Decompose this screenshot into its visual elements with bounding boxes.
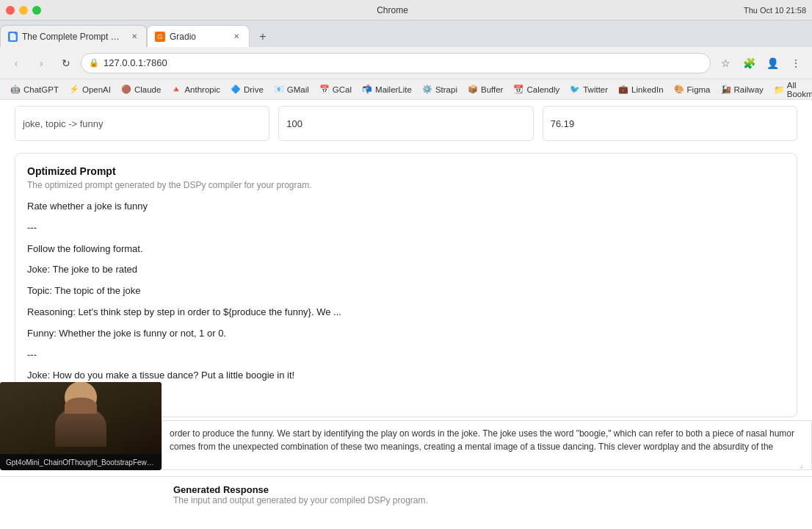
bookmark-openai[interactable]: ⚡ OpenAI: [65, 83, 115, 96]
bookmark-icon: 🔺: [171, 84, 181, 94]
score-box[interactable]: 76.19: [543, 106, 797, 141]
forward-button[interactable]: ›: [31, 53, 51, 73]
title-bar-actions: Thu Oct 10 21:58: [744, 6, 806, 15]
prompt-line-4: Joke: The joke to be rated: [27, 262, 785, 278]
bookmark-label: Buffer: [481, 85, 503, 94]
tab-1[interactable]: 📄 The Complete Prompt Engi... ✕: [0, 25, 147, 47]
menu-icon[interactable]: ⋮: [786, 53, 806, 73]
prompt-line-5: Topic: The topic of the joke: [27, 284, 785, 299]
prompt-line-7: Funny: Whether the joke is funny or not,…: [27, 326, 785, 342]
video-label-bar: Gpt4oMini_ChainOfThought_BootstrapFewsho…: [0, 454, 162, 470]
tab-close-2[interactable]: ✕: [231, 32, 242, 42]
bookmark-linkedin[interactable]: 💼 LinkedIn: [614, 83, 667, 96]
close-button[interactable]: [6, 6, 15, 15]
generated-response-subtitle: The input and output generated by your c…: [173, 495, 800, 505]
tab-close-1[interactable]: ✕: [129, 32, 139, 42]
bookmark-label: Twitter: [583, 85, 608, 94]
bookmark-folder-icon: 📁: [774, 84, 784, 95]
prompt-line-3: Follow the following format.: [27, 242, 785, 257]
bookmark-label: Anthropic: [184, 85, 220, 94]
star-icon[interactable]: ☆: [715, 53, 736, 73]
signature-value: joke, topic -> funny: [23, 118, 103, 129]
prompt-line-6: Reasoning: Let's think step by step in o…: [27, 305, 785, 320]
bookmark-label: GMail: [287, 85, 309, 94]
bookmark-strapi[interactable]: ⚙️ Strapi: [418, 83, 462, 96]
lock-icon: 🔒: [89, 58, 99, 68]
bookmark-gcal[interactable]: 📅 GCal: [315, 83, 356, 96]
bookmark-gmail[interactable]: 📧 GMail: [269, 83, 313, 96]
bookmark-drive[interactable]: 🔷 Drive: [226, 83, 268, 96]
bookmark-icon: 📧: [274, 84, 284, 94]
video-overlay: Gpt4oMini_ChainOfThought_BootstrapFewsho…: [0, 382, 162, 470]
bookmark-label: Railway: [734, 85, 764, 94]
optimized-prompt-section: Optimized Prompt The optimized prompt ge…: [15, 153, 797, 417]
bookmark-anthropic[interactable]: 🔺 Anthropic: [167, 83, 225, 96]
video-label-text: Gpt4oMini_ChainOfThought_BootstrapFewsho…: [6, 458, 156, 467]
address-bar-actions: ☆ 🧩 👤 ⋮: [715, 53, 806, 73]
bookmark-icon: 🔷: [231, 84, 241, 94]
url-text: 127.0.0.1:7860: [104, 57, 167, 68]
bookmark-claude[interactable]: 🟤 Claude: [117, 83, 165, 96]
minimize-button[interactable]: [19, 6, 28, 15]
bookmark-icon: 📦: [468, 84, 478, 94]
bookmark-icon: 🚂: [721, 84, 731, 94]
bookmark-icon: 🐦: [570, 84, 580, 94]
prompt-content: Rate whether a joke is funny --- Follow …: [27, 199, 785, 405]
bookmark-icon: 🤖: [10, 84, 21, 94]
maximize-button[interactable]: [32, 6, 41, 15]
optimized-prompt-subtitle: The optimized prompt generated by the DS…: [27, 180, 785, 190]
browser-content: joke, topic -> funny 100 76.19 Optimized…: [0, 100, 812, 529]
bookmark-label: Claude: [134, 85, 161, 94]
tabs-bar: 📄 The Complete Prompt Engi... ✕ G Gradio…: [0, 21, 812, 47]
generated-response-title: Generated Response: [173, 484, 800, 495]
generated-response-bar: Generated Response The input and output …: [0, 476, 812, 529]
bookmark-icon: ⚙️: [422, 84, 432, 94]
all-bookmarks[interactable]: 📁 All Bookmarks: [769, 79, 812, 100]
video-feed: [0, 382, 162, 454]
prompt-line-8: ---: [27, 348, 785, 363]
signature-box[interactable]: joke, topic -> funny: [15, 106, 269, 141]
bookmark-buffer[interactable]: 📦 Buffer: [463, 83, 507, 96]
address-bar: ‹ › ↻ 🔒 127.0.0.1:7860 ☆ 🧩 👤 ⋮: [0, 47, 812, 79]
bookmark-icon: 📆: [513, 84, 523, 94]
top-grid: joke, topic -> funny 100 76.19: [15, 106, 797, 141]
tab-favicon-1: 📄: [8, 32, 18, 42]
bookmark-label: GCal: [333, 85, 352, 94]
extension-icon[interactable]: 🧩: [739, 53, 759, 73]
bookmark-mailerlite[interactable]: 📬 MailerLite: [358, 83, 416, 96]
count-box[interactable]: 100: [278, 106, 533, 141]
bookmark-railway[interactable]: 🚂 Railway: [717, 83, 768, 96]
bookmark-figma[interactable]: 🎨 Figma: [670, 83, 715, 96]
bookmarks-bar: 🤖 ChatGPT ⚡ OpenAI 🟤 Claude 🔺 Anthropic …: [0, 79, 812, 100]
bookmark-icon: 🎨: [674, 84, 684, 94]
bookmark-label: ChatGPT: [23, 85, 59, 94]
time-display: Thu Oct 10 21:58: [744, 6, 806, 15]
account-icon[interactable]: 👤: [762, 53, 783, 73]
bookmark-label: Figma: [687, 85, 711, 94]
tab-label-1: The Complete Prompt Engi...: [22, 32, 125, 42]
tab-favicon-2: G: [155, 32, 165, 42]
tab-label-2: Gradio: [170, 32, 196, 42]
bookmark-twitter[interactable]: 🐦 Twitter: [565, 83, 612, 96]
bookmark-label: OpenAI: [82, 85, 111, 94]
reasoning-box[interactable]: order to produce the funny. We start by …: [162, 420, 812, 470]
bookmark-label: Calendly: [526, 85, 559, 94]
bookmark-label: LinkedIn: [631, 85, 663, 94]
bookmark-label: Drive: [244, 85, 264, 94]
resize-handle[interactable]: ⌟: [800, 459, 808, 468]
optimized-prompt-title: Optimized Prompt: [27, 165, 785, 177]
reload-button[interactable]: ↻: [56, 53, 76, 73]
bookmark-chatgpt[interactable]: 🤖 ChatGPT: [6, 83, 63, 96]
tab-2[interactable]: G Gradio ✕: [147, 25, 250, 47]
bookmark-calendly[interactable]: 📆 Calendly: [509, 83, 564, 96]
bookmark-label: Strapi: [435, 85, 457, 94]
bookmark-label: MailerLite: [375, 85, 412, 94]
reasoning-text: order to produce the funny. We start by …: [170, 428, 794, 452]
bookmark-icon: 📅: [319, 84, 330, 94]
all-bookmarks-label: All Bookmarks: [787, 81, 812, 98]
back-button[interactable]: ‹: [6, 53, 26, 73]
new-tab-button[interactable]: +: [253, 26, 273, 47]
prompt-line-2: ---: [27, 220, 785, 236]
title-bar: Chrome Thu Oct 10 21:58: [0, 0, 812, 21]
url-bar[interactable]: 🔒 127.0.0.1:7860: [81, 53, 711, 73]
